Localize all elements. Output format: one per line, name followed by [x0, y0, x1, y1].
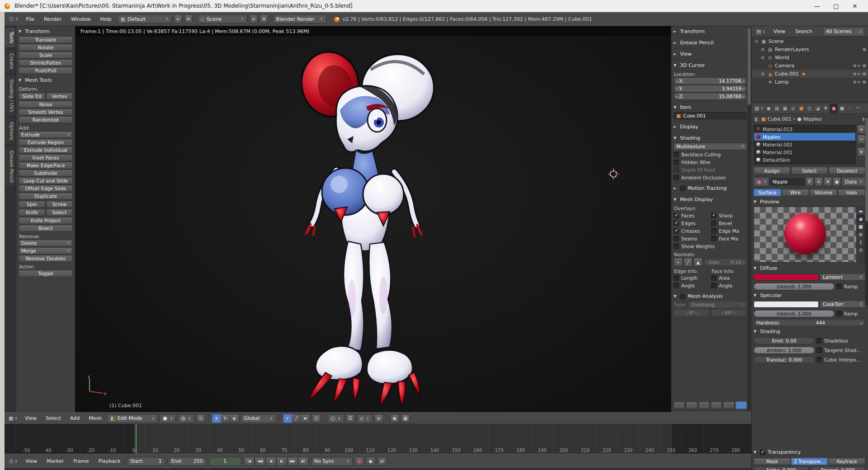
viewport-menu-item[interactable]: Add	[66, 414, 83, 423]
collapsed-panel-header[interactable]: ►Transform	[674, 27, 747, 36]
breadcrumb-material[interactable]: Nipples	[803, 116, 822, 122]
analysis-type-dropdown[interactable]: Overhang⇕	[689, 301, 747, 308]
selectability-arrow-icon[interactable]: ►	[858, 80, 861, 84]
info-menu-item[interactable]: Render	[40, 15, 65, 24]
increment-arrow-icon[interactable]: ▸	[743, 94, 745, 99]
timeline-menu-item[interactable]: Marker	[43, 457, 67, 465]
info-checkbox[interactable]: Length	[674, 274, 709, 282]
cursor-location-field[interactable]: ◂Z:15.08768▸	[674, 93, 747, 100]
transform-panel-header[interactable]: ▼Transform	[19, 27, 73, 36]
emit-slider[interactable]: Emit: 0.00	[754, 337, 815, 344]
prev-keyframe-button[interactable]: ◀◀	[255, 457, 265, 466]
collapsed-panel-header[interactable]: ►View	[674, 50, 747, 58]
mesh-tools-panel-header[interactable]: ▼Mesh Tools	[19, 76, 73, 85]
tool-button[interactable]: Knife	[19, 209, 45, 216]
preview-panel-header[interactable]: ▼Preview	[754, 197, 865, 206]
overlay-checkbox[interactable]: Creases	[674, 227, 709, 235]
toolshelf-tab[interactable]: Tools	[5, 27, 16, 48]
tab-render-layers-icon[interactable]: ▤	[773, 104, 781, 113]
overlay-checkbox[interactable]: Edge Ma	[711, 227, 747, 235]
transparency-mode-tab[interactable]: Z Transpare...	[791, 458, 828, 465]
specular-shader-dropdown[interactable]: CookTorr⇕	[820, 301, 865, 308]
overlay-checkbox[interactable]: Seams	[674, 235, 709, 242]
visibility-eye-icon[interactable]: ◉	[853, 80, 857, 84]
remove-slot-button[interactable]: −	[857, 135, 865, 144]
overlay-checkbox[interactable]: Faces	[674, 212, 709, 219]
visibility-eye-icon[interactable]: ◉	[853, 71, 857, 76]
decrement-arrow-icon[interactable]: ◂	[722, 311, 723, 315]
properties-scrollbar[interactable]	[865, 116, 868, 306]
play-reverse-button[interactable]: ◀	[265, 457, 276, 466]
material-slot-row[interactable]: Material.002	[754, 141, 855, 148]
tab-world-icon[interactable]: ◎	[789, 104, 797, 113]
screen-layout-selector[interactable]: ▦ Default ⇕	[118, 14, 172, 24]
overlay-checkbox[interactable]: Bevel	[711, 219, 747, 227]
tool-button[interactable]: Select	[46, 209, 73, 216]
outliner-row-renderlayers[interactable]: ⊕ ▤ RenderLayers ▣	[752, 45, 868, 53]
mesh-display-panel-header[interactable]: ▼Mesh Display	[674, 195, 747, 204]
nodes-icon[interactable]: ◆	[833, 177, 841, 186]
limit-selection-visible-icon[interactable]: ◫	[312, 414, 321, 423]
assign-button[interactable]: Assign	[754, 167, 790, 174]
timeline-menu-item[interactable]: View	[22, 457, 41, 465]
shadeless-checkbox[interactable]: Shadeless	[816, 337, 865, 344]
timeline-ruler[interactable]: -50-40-30-20-100102030405060708090100110…	[15, 424, 746, 454]
outliner-scope-selector[interactable]: All Scenes⇕	[823, 27, 865, 36]
jump-to-end-button[interactable]: ▶|	[298, 457, 309, 466]
material-slot-row[interactable]: Material.001	[754, 148, 855, 156]
outliner-row-cube[interactable]: ⊕ ▲ Cube.001 ● ◉►▣	[752, 70, 868, 78]
overlay-checkbox[interactable]: Edges	[674, 219, 709, 227]
material-type-tab[interactable]: Volume	[810, 189, 837, 196]
tool-button[interactable]: Subdivide	[19, 169, 73, 177]
info-checkbox[interactable]: Area	[711, 274, 747, 282]
material-name-field[interactable]: Nipple	[770, 178, 805, 185]
tool-button[interactable]: Vertex	[46, 93, 73, 100]
preview-hair-icon[interactable]: ∥	[857, 238, 864, 245]
render-toggle-icon[interactable]: ▣	[862, 63, 866, 68]
window-titlebar[interactable]: Blender* [C:\Users\Kao\Pictures\00. Star…	[0, 0, 868, 12]
delete-scene-button[interactable]: ✕	[260, 14, 268, 24]
increment-arrow-icon[interactable]: ▸	[743, 260, 745, 264]
shading-checkbox[interactable]: Ambient Occlusion	[674, 174, 747, 181]
tool-button[interactable]: Spin	[19, 201, 45, 208]
specular-ramp-checkbox[interactable]: Ramp	[836, 310, 865, 317]
normals-size-field[interactable]: ◂Size:0.10▸	[703, 258, 747, 266]
toolshelf-tab[interactable]: Create	[5, 49, 16, 74]
pin-icon[interactable]: ◧	[755, 116, 759, 122]
tool-button[interactable]: Make Edge/Face	[19, 162, 73, 169]
browse-material-button[interactable]: ●⇕	[754, 177, 769, 186]
vertex-select-icon[interactable]: ∙	[283, 414, 292, 423]
ambient-slider[interactable]: Ambien: 1.000	[754, 347, 815, 354]
axis-align-button[interactable]	[698, 401, 710, 409]
visibility-eye-icon[interactable]: ◉	[853, 63, 857, 68]
remove-doubles-button[interactable]: Remove Doubles	[19, 255, 73, 262]
viewport-menu-item[interactable]: Select	[42, 414, 65, 423]
shading-checkbox[interactable]: Depth Of Field	[674, 166, 747, 174]
tab-material-icon[interactable]: ●	[830, 104, 838, 113]
expand-toggle-icon[interactable]: ⊕	[760, 71, 765, 76]
select-button[interactable]: Select	[791, 167, 828, 174]
render-engine-selector[interactable]: Blender Render ⇕	[273, 14, 326, 24]
diffuse-intensity-slider[interactable]: Intensit: 1.000	[754, 283, 835, 290]
info-checkbox[interactable]: Angle	[674, 282, 709, 289]
delete-layout-button[interactable]: ✕	[184, 14, 193, 24]
transparency-enable-checkbox[interactable]	[760, 449, 765, 455]
preview-flat-icon[interactable]: ▬	[857, 207, 864, 215]
pivot-point-selector[interactable]: ◎⇕	[178, 414, 194, 423]
overlay-checkbox[interactable]: Face Ma	[711, 235, 747, 242]
increment-arrow-icon[interactable]: ▸	[743, 79, 745, 83]
toolshelf-tab[interactable]: Shading / UVs	[5, 75, 16, 117]
cursor-3d-icon[interactable]	[608, 168, 619, 180]
selectability-arrow-icon[interactable]: ►	[858, 63, 861, 68]
maximize-button[interactable]: □	[826, 0, 845, 12]
display-panel-header[interactable]: ►Display	[674, 122, 747, 131]
info-checkbox[interactable]: Angle	[711, 282, 747, 289]
material-slot-row[interactable]: Material.013	[754, 125, 855, 133]
checkbox-icon[interactable]	[680, 186, 685, 191]
viewport-menu-item[interactable]: Mesh	[85, 414, 105, 423]
item-name-field[interactable]: ■Cube.001	[674, 112, 747, 119]
render-toggle-icon[interactable]: ▣	[862, 71, 866, 76]
editor-type-outliner-icon[interactable]: ▤⇕	[755, 27, 767, 36]
tool-button[interactable]: Bisect	[19, 225, 73, 232]
specular-panel-header[interactable]: ▼Specular	[754, 291, 865, 300]
